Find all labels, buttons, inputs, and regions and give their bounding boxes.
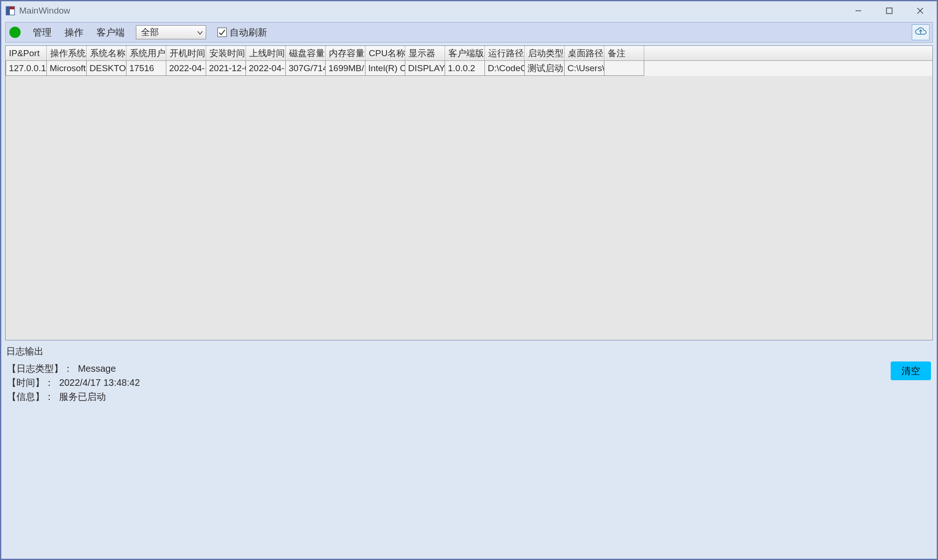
- th-install-time[interactable]: 安装时间: [206, 46, 246, 60]
- clear-log-button[interactable]: 清空: [891, 361, 931, 380]
- td-disk: 307G/714: [286, 61, 326, 76]
- status-indicator-icon: [9, 27, 21, 38]
- chevron-down-icon: [197, 27, 203, 37]
- table-header: IP&Port 操作系统 系统名称 系统用户 开机时间 安装时间 上线时间 磁盘…: [6, 46, 932, 61]
- td-os: Microsoft: [47, 61, 87, 76]
- td-start-type: 测试启动: [525, 61, 565, 76]
- td-display: DISPLAY,I: [405, 61, 445, 76]
- app-window-frame: MainWindow 管理 操作 客户端 全部: [0, 0, 938, 560]
- th-sys-user[interactable]: 系统用户: [127, 46, 166, 60]
- td-install-time: 2021-12-0: [206, 61, 246, 76]
- td-remark: [604, 61, 644, 76]
- window-title: MainWindow: [19, 6, 70, 16]
- log-panel-body: 【日志类型】： Message 【时间】： 2022/4/17 13:48:42…: [5, 361, 933, 555]
- filter-combobox-value: 全部: [141, 26, 159, 38]
- log-panel: 日志输出 【日志类型】： Message 【时间】： 2022/4/17 13:…: [5, 343, 933, 555]
- cloud-button[interactable]: [912, 24, 930, 40]
- td-version: 1.0.0.2: [445, 61, 485, 76]
- th-memory[interactable]: 内存容量: [326, 46, 365, 60]
- auto-refresh-checkbox-wrap[interactable]: 自动刷新: [217, 26, 267, 39]
- log-panel-title: 日志输出: [5, 343, 933, 361]
- th-desktop-path[interactable]: 桌面路径: [565, 46, 604, 60]
- table-row[interactable]: 127.0.0.1: Microsoft DESKTOP 17516 2022-…: [6, 61, 932, 76]
- cloud-upload-icon: [914, 26, 927, 39]
- filter-combobox[interactable]: 全部: [136, 25, 206, 39]
- td-online-time: 2022-04-: [246, 61, 286, 76]
- auto-refresh-checkbox[interactable]: [217, 28, 227, 37]
- th-disk[interactable]: 磁盘容量: [286, 46, 326, 60]
- app-window: MainWindow 管理 操作 客户端 全部: [1, 1, 937, 559]
- th-os[interactable]: 操作系统: [47, 46, 87, 60]
- td-desktop-path: C:\Users\: [565, 61, 604, 76]
- th-run-path[interactable]: 运行路径: [485, 46, 525, 60]
- td-boot-time: 2022-04-: [166, 61, 206, 76]
- th-online-time[interactable]: 上线时间: [246, 46, 286, 60]
- svg-rect-4: [886, 8, 892, 14]
- maximize-button[interactable]: [874, 2, 905, 20]
- auto-refresh-label: 自动刷新: [230, 26, 267, 39]
- close-button[interactable]: [905, 2, 936, 20]
- table-body: 127.0.0.1: Microsoft DESKTOP 17516 2022-…: [6, 61, 932, 340]
- client-table: IP&Port 操作系统 系统名称 系统用户 开机时间 安装时间 上线时间 磁盘…: [5, 45, 933, 340]
- td-memory: 1699MB/: [326, 61, 365, 76]
- toolbar: 管理 操作 客户端 全部 自动刷新: [5, 22, 933, 43]
- app-icon: [5, 6, 15, 16]
- td-sys-user: 17516: [127, 61, 166, 76]
- th-boot-time[interactable]: 开机时间: [166, 46, 206, 60]
- th-sys-name[interactable]: 系统名称: [87, 46, 127, 60]
- menu-client[interactable]: 客户端: [92, 24, 129, 41]
- th-version[interactable]: 客户端版本: [445, 46, 485, 60]
- td-ip-port: 127.0.0.1:: [6, 61, 47, 76]
- th-start-type[interactable]: 启动类型: [525, 46, 565, 60]
- th-cpu[interactable]: CPU名称: [365, 46, 405, 60]
- th-ip-port[interactable]: IP&Port: [6, 46, 47, 60]
- td-sys-name: DESKTOP: [87, 61, 127, 76]
- th-display[interactable]: 显示器: [405, 46, 445, 60]
- minimize-button[interactable]: [843, 2, 874, 20]
- titlebar[interactable]: MainWindow: [1, 1, 937, 20]
- td-run-path: D:\CodeC: [485, 61, 525, 76]
- svg-rect-1: [6, 7, 10, 15]
- th-remark[interactable]: 备注: [604, 46, 644, 60]
- td-cpu: Intel(R) C: [365, 61, 405, 76]
- log-output: 【日志类型】： Message 【时间】： 2022/4/17 13:48:42…: [5, 361, 891, 405]
- svg-rect-2: [10, 7, 15, 9]
- menu-operate[interactable]: 操作: [60, 24, 88, 41]
- menu-manage[interactable]: 管理: [28, 24, 56, 41]
